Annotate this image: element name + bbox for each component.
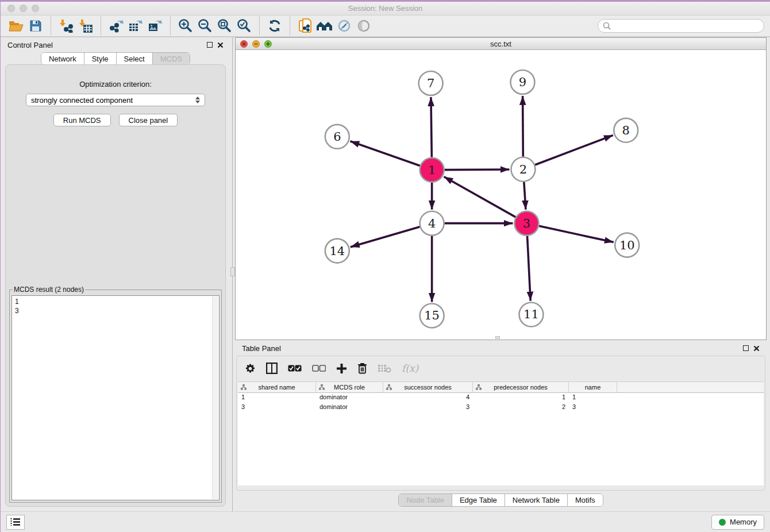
svg-text:10: 10 — [619, 238, 635, 252]
splitter-handle[interactable] — [230, 267, 235, 276]
graph-node-10[interactable]: 10 — [615, 233, 639, 257]
graph-node-1[interactable]: 1 — [420, 158, 444, 182]
graph-edge-4-14[interactable] — [351, 227, 420, 247]
open-file-icon[interactable] — [6, 17, 26, 35]
float-panel-icon[interactable] — [743, 345, 749, 351]
zoom-selected-icon[interactable] — [234, 17, 254, 35]
column-header-shared-name[interactable]: shared name — [238, 382, 316, 392]
mcds-result-list[interactable]: 13 — [11, 295, 220, 500]
tab-motifs[interactable]: Motifs — [567, 494, 603, 506]
table-cell[interactable]: 4 — [383, 393, 473, 403]
graph-node-8[interactable]: 8 — [614, 118, 638, 142]
graph-edge-1-2[interactable] — [445, 169, 510, 170]
graph-edge-1-6[interactable] — [350, 141, 419, 166]
svg-text:11: 11 — [523, 307, 539, 321]
refresh-icon[interactable] — [265, 17, 284, 35]
gear-icon[interactable] — [245, 363, 256, 374]
graph-edge-3-11[interactable] — [528, 236, 531, 301]
search-box[interactable] — [598, 19, 764, 33]
table-cell[interactable]: 3 — [238, 403, 316, 413]
canvas-splitter-handle[interactable] — [495, 336, 500, 339]
network-window-titlebar[interactable]: scc.txt — [236, 38, 766, 50]
result-scrollbar[interactable] — [212, 296, 218, 499]
unselect-all-icon[interactable] — [312, 365, 326, 372]
column-header-MCDS-role[interactable]: MCDS role — [316, 382, 383, 392]
table-row[interactable]: 3dominator323 — [238, 403, 764, 413]
criterion-select[interactable]: strongly connected component — [26, 94, 205, 106]
table-cell[interactable]: 1 — [569, 393, 617, 403]
tab-style[interactable]: Style — [84, 53, 116, 64]
close-panel-button[interactable]: Close panel — [119, 114, 178, 126]
table-toolbar: f(x) — [237, 356, 765, 380]
graph-node-9[interactable]: 9 — [510, 70, 534, 94]
home-icon[interactable] — [315, 17, 334, 35]
tab-node-table[interactable]: Node Table — [399, 494, 452, 506]
close-panel-icon[interactable] — [753, 345, 760, 352]
delete-column-icon[interactable] — [357, 363, 367, 374]
table-cell[interactable]: 3 — [569, 403, 617, 413]
graph-edge-2-9[interactable] — [523, 96, 523, 157]
tab-network-table[interactable]: Network Table — [505, 494, 567, 506]
svg-text:9: 9 — [519, 75, 526, 89]
table-cell[interactable]: 2 — [473, 403, 569, 413]
import-table-icon[interactable] — [76, 17, 95, 35]
search-input[interactable] — [611, 22, 759, 30]
network-canvas[interactable]: 1234678910111415 — [236, 50, 766, 339]
graph-edge-1-7[interactable] — [431, 97, 432, 157]
zoom-fit-icon[interactable] — [215, 17, 234, 35]
select-all-icon[interactable] — [288, 365, 302, 372]
column-header-name[interactable]: name — [569, 382, 617, 392]
graph-edge-3-1[interactable] — [444, 177, 516, 217]
column-header-successor-nodes[interactable]: successor nodes — [383, 382, 473, 392]
table-cell[interactable]: dominator — [316, 403, 383, 413]
network-window[interactable]: scc.txt 1234678910111415 — [235, 37, 767, 340]
svg-text:15: 15 — [424, 309, 440, 322]
tab-network[interactable]: Network — [41, 53, 84, 64]
network-graph[interactable]: 1234678910111415 — [236, 50, 766, 338]
table-cell[interactable]: 1 — [473, 393, 569, 403]
table-cell[interactable]: 1 — [238, 393, 316, 403]
graph-node-3[interactable]: 3 — [514, 211, 538, 236]
column-header-predecessor-nodes[interactable]: predecessor nodes — [473, 382, 569, 392]
graph-node-4[interactable]: 4 — [420, 211, 444, 236]
svg-text:4: 4 — [428, 217, 436, 230]
graph-edge-3-10[interactable] — [539, 226, 614, 242]
tab-edge-table[interactable]: Edge Table — [452, 494, 505, 506]
close-panel-icon[interactable] — [217, 42, 224, 48]
import-network-icon[interactable] — [56, 17, 76, 35]
table-container: f(x) shared nameMCDS rolesuccessor nodes… — [236, 356, 765, 491]
table-cell[interactable]: 3 — [383, 403, 473, 413]
panel-splitter[interactable] — [230, 37, 235, 511]
task-history-button[interactable] — [6, 515, 25, 530]
tab-select[interactable]: Select — [116, 53, 152, 64]
export-table-icon[interactable] — [126, 17, 145, 35]
memory-button[interactable]: Memory — [711, 515, 764, 530]
main-titlebar[interactable]: Session: New Session — [1, 2, 770, 16]
export-network-icon[interactable] — [106, 17, 126, 35]
run-mcds-button[interactable]: Run MCDS — [53, 114, 111, 126]
optimization-criterion-label: Optimization criterion: — [6, 80, 225, 88]
save-session-icon[interactable] — [26, 17, 45, 35]
graph-node-14[interactable]: 14 — [325, 239, 349, 263]
control-panel-title: Control Panel — [7, 41, 53, 49]
export-image-icon[interactable] — [145, 17, 165, 35]
node-table[interactable]: shared nameMCDS rolesuccessor nodesprede… — [238, 381, 764, 485]
table-row[interactable]: 1dominator411 — [238, 393, 764, 403]
zoom-in-icon[interactable] — [176, 17, 195, 35]
graph-edge-2-8[interactable] — [535, 135, 613, 165]
float-panel-icon[interactable] — [207, 42, 213, 48]
graph-node-11[interactable]: 11 — [519, 303, 543, 327]
network-window-title: scc.txt — [236, 40, 766, 48]
graph-node-15[interactable]: 15 — [420, 304, 444, 328]
application-window: Session: New Session — [0, 0, 770, 532]
add-column-icon[interactable] — [336, 363, 347, 374]
tab-mcds[interactable]: MCDS — [152, 53, 190, 64]
zoom-out-icon[interactable] — [195, 17, 215, 35]
graph-node-7[interactable]: 7 — [419, 71, 443, 95]
graph-edge-2-3[interactable] — [524, 182, 526, 210]
table-cell[interactable]: dominator — [316, 393, 383, 403]
duplicate-network-icon[interactable] — [295, 17, 315, 35]
columns-icon[interactable] — [266, 363, 278, 374]
graph-node-6[interactable]: 6 — [325, 125, 349, 149]
graph-node-2[interactable]: 2 — [511, 157, 535, 182]
